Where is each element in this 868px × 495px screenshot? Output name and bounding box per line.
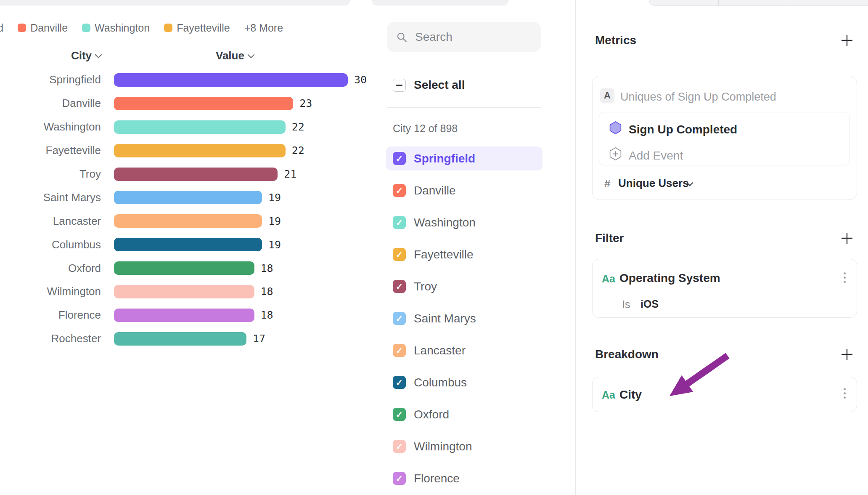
bar-category-label: Florence (0, 309, 101, 322)
legend-items: Springfield Danville Washington Fayettev… (0, 22, 230, 34)
segment-list-item[interactable]: ✓ Saint Marys (386, 306, 542, 330)
segment-divider (718, 0, 719, 5)
segment-list-item[interactable]: ✓ Danville (386, 178, 542, 202)
legend-item[interactable]: Springfield (0, 22, 3, 34)
breakdown-property[interactable]: City (619, 388, 642, 402)
bar[interactable] (114, 144, 286, 157)
filter-value[interactable]: iOS (640, 298, 659, 310)
segment-label: Lancaster (414, 344, 466, 357)
segment-list-item[interactable]: ✓ Oxford (386, 402, 542, 426)
segment-list-item[interactable]: ✓ Florence (386, 466, 542, 490)
search-input[interactable] (414, 30, 534, 44)
bar[interactable] (114, 214, 262, 228)
segment-checkbox-checked[interactable]: ✓ (393, 440, 406, 453)
legend-item[interactable]: Fayetteville (164, 22, 230, 34)
segment-label: Oxford (414, 408, 449, 421)
search-box[interactable] (387, 22, 541, 52)
bar[interactable] (114, 309, 254, 322)
legend-item[interactable]: Danville (18, 22, 68, 34)
aggregation-selector[interactable]: Unique Users (618, 177, 689, 190)
segment-count-label: City 12 of 898 (393, 122, 458, 135)
segment-label: Florence (414, 472, 460, 485)
check-icon: ✓ (396, 282, 403, 291)
metrics-section-title: Metrics (595, 34, 636, 47)
bar[interactable] (114, 261, 254, 275)
segment-list-item[interactable]: ✓ Wilmington (386, 434, 542, 458)
segment-checkbox-checked[interactable]: ✓ (393, 184, 406, 197)
chart-row: Columbus 19 (0, 233, 382, 256)
column-header-value[interactable]: Value (216, 48, 254, 64)
bar-category-label: Danville (0, 97, 101, 110)
check-icon: ✓ (396, 378, 403, 387)
select-all-label: Select all (414, 78, 465, 92)
segment-list-item[interactable]: ✓ Lancaster (386, 338, 542, 362)
filter-operator[interactable]: Is (622, 298, 630, 311)
add-metric-button[interactable] (839, 33, 855, 48)
segment-checkbox-checked[interactable]: ✓ (393, 472, 406, 485)
legend-more-label[interactable]: +8 More (244, 22, 283, 34)
bar[interactable] (114, 120, 286, 134)
event-box: Sign Up Completed Add Event (599, 112, 850, 165)
segment-list-item[interactable]: ✓ Washington (386, 210, 542, 234)
filter-property[interactable]: Operating System (619, 271, 720, 285)
event-hexagon-icon (609, 121, 622, 135)
select-all-row[interactable]: Select all (393, 78, 465, 92)
bar[interactable] (114, 168, 278, 181)
bar[interactable] (114, 73, 348, 87)
add-event-hexagon-plus-icon (609, 147, 622, 161)
add-event-button[interactable]: Add Event (629, 149, 683, 162)
segment-checkbox-checked[interactable]: ✓ (393, 344, 406, 357)
toolbar-button-partial-middle[interactable] (372, 0, 508, 5)
segment-checkbox-checked[interactable]: ✓ (393, 280, 406, 293)
sort-chevron-down-icon (247, 51, 254, 58)
legend-swatch (18, 24, 26, 32)
chart-row: Oxford 18 (0, 256, 382, 280)
metric-card[interactable]: A Uniques of Sign Up Completed Sign Up C… (592, 76, 857, 200)
string-type-icon: Aa (602, 389, 615, 401)
column-header-city[interactable]: City (0, 48, 101, 64)
bar-value-label: 22 (292, 121, 304, 133)
add-filter-button[interactable] (839, 231, 855, 246)
bar-value-label: 18 (261, 262, 273, 274)
add-breakdown-button[interactable] (839, 347, 855, 362)
bar[interactable] (114, 238, 262, 251)
bar[interactable] (114, 285, 254, 298)
chart-type-segmented-control[interactable] (649, 0, 868, 6)
segment-checkbox-checked[interactable]: ✓ (393, 248, 406, 261)
toolbar-button-partial-left[interactable] (0, 0, 350, 5)
segment-checkbox-checked[interactable]: ✓ (393, 376, 406, 389)
segment-list-item[interactable]: ✓ Springfield (386, 146, 542, 170)
legend-item[interactable]: Washington (82, 22, 150, 34)
filter-card[interactable]: Aa Operating System Is iOS (592, 259, 857, 318)
bar-chart-rows: Springfield 30 Danville 23 Washington 22… (0, 68, 382, 351)
string-type-icon: Aa (602, 273, 615, 285)
breakdown-card[interactable]: Aa City (592, 377, 857, 412)
segment-label: Washington (414, 216, 476, 229)
segment-checkbox-checked[interactable]: ✓ (393, 408, 406, 421)
select-all-checkbox-indeterminate[interactable] (393, 79, 406, 92)
segment-checkbox-checked[interactable]: ✓ (393, 216, 406, 229)
picker-inspector-divider (575, 0, 576, 495)
chart-row: Fayetteville 22 (0, 139, 382, 162)
segment-label: Danville (414, 184, 456, 197)
metric-label: Uniques of Sign Up Completed (620, 90, 776, 104)
event-name[interactable]: Sign Up Completed (629, 123, 737, 136)
bar-category-label: Fayetteville (0, 144, 101, 157)
bar[interactable] (114, 191, 262, 204)
segment-checkbox-checked[interactable]: ✓ (393, 312, 406, 325)
kebab-menu-icon[interactable] (842, 386, 847, 400)
legend-swatch (164, 24, 172, 32)
kebab-menu-icon[interactable] (842, 271, 847, 285)
legend-label: Washington (95, 22, 150, 34)
bar[interactable] (114, 97, 293, 110)
segment-list-item[interactable]: ✓ Troy (386, 274, 542, 298)
bar[interactable] (114, 332, 246, 346)
bar-value-label: 23 (299, 97, 312, 109)
bar-category-label: Wilmington (0, 285, 101, 298)
chart-row: Wilmington 18 (0, 280, 382, 303)
chart-row: Washington 22 (0, 115, 382, 139)
segment-list-item[interactable]: ✓ Columbus (386, 370, 542, 394)
check-icon: ✓ (396, 474, 403, 483)
segment-list-item[interactable]: ✓ Fayetteville (386, 242, 542, 266)
segment-checkbox-checked[interactable]: ✓ (393, 152, 406, 165)
